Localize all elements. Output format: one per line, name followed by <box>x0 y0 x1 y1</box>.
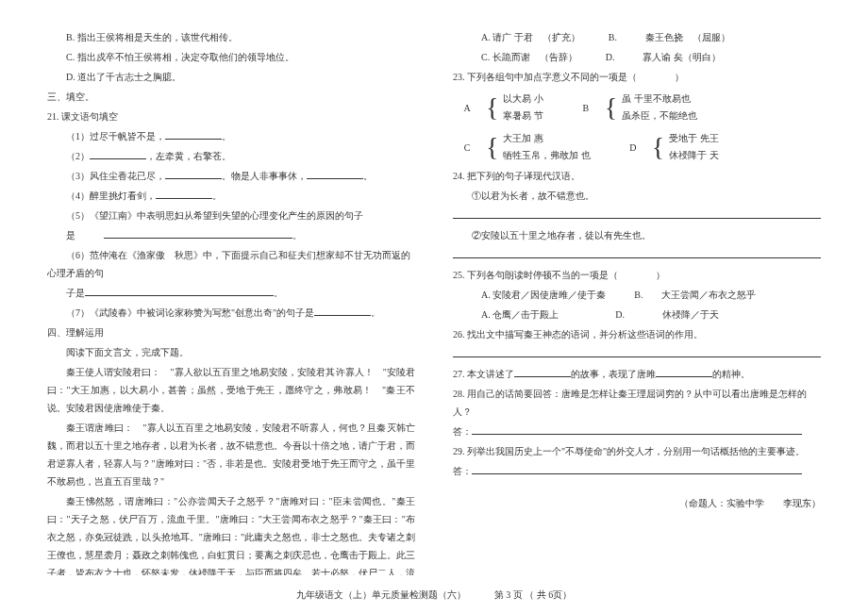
br-c1: 大王加 惠 <box>503 130 590 147</box>
q25-row1: A. 安陵君／因使唐雎／使于秦B. 大王尝闻／布衣之怒乎 <box>453 286 821 304</box>
q28-ans: 答： <box>453 422 821 440</box>
q29-ans: 答： <box>453 462 821 480</box>
blank[interactable] <box>165 128 222 140</box>
q21-6b-text: 子是 <box>66 288 85 298</box>
q26-blank[interactable] <box>453 345 821 363</box>
q21-5b-text: 是 <box>66 230 75 240</box>
punct: 。 <box>274 288 283 298</box>
label-c: C <box>453 139 481 157</box>
br-a1: 以大易 小 <box>503 91 542 108</box>
q21-4a: （4）醉里挑灯看剑， <box>66 191 156 201</box>
br-d1: 受地于 先王 <box>669 130 718 147</box>
q21-3b: 。物是人非事事休， <box>222 171 307 181</box>
brace-row-cd: C { 大王加 惠 牺牲玉帛，弗敢加 也 D { 受地于 先王 休祲降于 天 <box>453 127 821 167</box>
q21-5a: （5）《望江南》中表明思妇从希望到失望的心理变化产生的原因的句子 <box>47 207 415 224</box>
q22-opt-c: C. 长跪而谢 （告辞） <box>481 52 577 62</box>
left-column: B. 指出王侯将相是天生的，该世代相传。 C. 指出戍卒不怕王侯将相，决定夺取他… <box>47 28 415 575</box>
passage-1: 秦王使人谓安陵君曰： "寡人欲以五百里之地易安陵，安陵君其许寡人！ "安陵君曰：… <box>47 363 415 417</box>
byline: （命题人：实验中学 李现东） <box>453 494 821 512</box>
label-d: D <box>619 139 647 157</box>
q21-7a: （7）《武陵春》中被词论家称赞为写愁"创意出奇"的句子是 <box>66 307 314 318</box>
punct: 。 <box>222 131 231 141</box>
punct: 。 <box>363 171 373 181</box>
blank[interactable] <box>314 305 371 316</box>
blank[interactable] <box>514 366 571 377</box>
q24-2-blank[interactable] <box>453 246 821 264</box>
q29-ans-label: 答： <box>453 466 472 476</box>
section-4-title: 四、理解运用 <box>47 323 415 341</box>
q26: 26. 找出文中描写秦王神态的语词，并分析这些语词的作用。 <box>453 325 821 343</box>
label-b: B <box>572 99 600 117</box>
blank[interactable] <box>656 366 712 377</box>
q25-d: D. 休祲降／于天 <box>615 309 719 320</box>
brace-icon: { <box>605 94 617 121</box>
q24-1: ①以君为长者，故不错意也。 <box>453 187 821 205</box>
q21-1-text: （1）过尽千帆皆不是， <box>66 131 165 141</box>
page-footer: 九年级语文（上）单元质量检测题（六） 第 3 页 （ 共 6页） <box>0 586 868 604</box>
section-4-sub: 阅读下面文言文，完成下题。 <box>47 343 415 361</box>
q25-b: B. 大王尝闻／布衣之怒乎 <box>634 290 756 300</box>
q24-1-blank[interactable] <box>453 207 821 224</box>
opt-b: B. 指出王侯将相是天生的，该世代相传。 <box>47 28 415 46</box>
blank[interactable] <box>472 463 802 474</box>
label-a: A <box>453 99 481 117</box>
q25-c: A. 仓鹰／击于殿上 <box>481 309 559 320</box>
right-column: A. 请广 于君 （扩充）B. 秦王色挠 （屈服） C. 长跪而谢 （告辞）D.… <box>453 28 821 575</box>
q25-a: A. 安陵君／因使唐雎／使于秦 <box>481 290 606 300</box>
br-d2: 休祲降于 天 <box>669 147 718 164</box>
brace-a: A { 以大易 小 寒暑易 节 <box>453 91 543 124</box>
q24-2: ②安陵以五十里之地存者，徒以有先生也。 <box>453 226 821 244</box>
q21-3a: （3）风住尘香花已尽， <box>66 171 165 181</box>
q21-2-text: （2） <box>66 151 90 161</box>
passage-2: 秦王谓唐雎曰： "寡人以五百里之地易安陵，安陵君不听寡人，何也？且秦灭韩亡魏，而… <box>47 419 415 490</box>
opt-d: D. 道出了千古志士之胸臆。 <box>47 68 415 86</box>
punct: 。 <box>212 191 222 201</box>
q28-ans-label: 答： <box>453 426 472 437</box>
brace-row-ab: A { 以大易 小 寒暑易 节 B { 虽 千里不敢易也 虽杀臣，不能绝也 <box>453 88 821 127</box>
q27c: 的精神。 <box>712 369 750 379</box>
q29: 29. 列举出我国历史上一个"不辱使命"的外交人才，分别用一句话概括他的主要事迹… <box>453 442 821 460</box>
q25: 25. 下列各句朗读时停顿不当的一项是（ ） <box>453 266 821 284</box>
brace-icon: { <box>652 134 664 160</box>
q21-5b: 是。 <box>47 226 415 244</box>
brace-d: D { 受地于 先王 休祲降于 天 <box>619 130 719 164</box>
punct: 。 <box>292 230 302 240</box>
brace-icon: { <box>486 94 498 121</box>
q22-opt-a: A. 请广 于君 （扩充） <box>481 32 580 42</box>
br-b1: 虽 千里不敢易也 <box>622 91 697 108</box>
q21-3: （3）风住尘香花已尽，。物是人非事事休，。 <box>47 167 415 185</box>
q21-4: （4）醉里挑灯看剑，。 <box>47 187 415 205</box>
q22-opts-row1: A. 请广 于君 （扩充）B. 秦王色挠 （屈服） <box>453 28 821 46</box>
brace-b: B { 虽 千里不敢易也 虽杀臣，不能绝也 <box>572 91 697 124</box>
blank[interactable] <box>307 168 363 179</box>
q27: 27. 本文讲述了的故事，表现了唐雎的精神。 <box>453 365 821 383</box>
q23: 23. 下列各组句中加点字意义不同的一项是（ ） <box>453 68 821 86</box>
q21-7: （7）《武陵春》中被词论家称赞为写愁"创意出奇"的句子是。 <box>47 304 415 322</box>
section-3-title: 三、填空。 <box>47 88 415 106</box>
q28: 28. 用自己的话简要回答：唐雎是怎样让秦王理屈词穷的？从中可以看出唐雎是怎样的… <box>453 385 821 421</box>
q22-opt-d: D. 寡人谕 矣（明白） <box>606 52 721 62</box>
brace-icon: { <box>486 134 498 160</box>
passage-3: 秦王怫然怒，谓唐雎曰："公亦尝闻天子之怒乎？"唐雎对曰："臣未尝闻也。"秦王曰：… <box>47 492 415 575</box>
br-a2: 寒暑易 节 <box>503 108 542 124</box>
blank[interactable] <box>85 285 274 296</box>
q27a: 27. 本文讲述了 <box>453 369 514 379</box>
blank[interactable] <box>165 168 222 179</box>
q22-opts-row2: C. 长跪而谢 （告辞）D. 寡人谕 矣（明白） <box>453 48 821 66</box>
q22-opt-b: B. 秦王色挠 （屈服） <box>609 32 730 42</box>
blank[interactable] <box>156 188 212 199</box>
q21: 21. 课文语句填空 <box>47 108 415 125</box>
blank[interactable] <box>90 148 146 159</box>
opt-c: C. 指出戍卒不怕王侯将相，决定夺取他们的领导地位。 <box>47 48 415 66</box>
q25-row2: A. 仓鹰／击于殿上D. 休祲降／于天 <box>453 306 821 323</box>
q21-6b: 子是。 <box>47 284 415 302</box>
blank[interactable] <box>472 423 802 435</box>
q21-2b: ，左牵黄，右擎苍。 <box>146 151 231 161</box>
q21-6a: （6）范仲淹在《渔家傲 秋思》中，下面提示自己和征夫们想家却不甘无功而返的心理矛… <box>47 246 415 282</box>
punct: 。 <box>371 307 380 318</box>
q21-2: （2），左牵黄，右擎苍。 <box>47 147 415 165</box>
br-c2: 牺牲玉帛，弗敢加 也 <box>503 147 590 164</box>
br-b2: 虽杀臣，不能绝也 <box>622 108 697 124</box>
brace-c: C { 大王加 惠 牺牲玉帛，弗敢加 也 <box>453 130 591 164</box>
blank[interactable] <box>104 227 292 239</box>
